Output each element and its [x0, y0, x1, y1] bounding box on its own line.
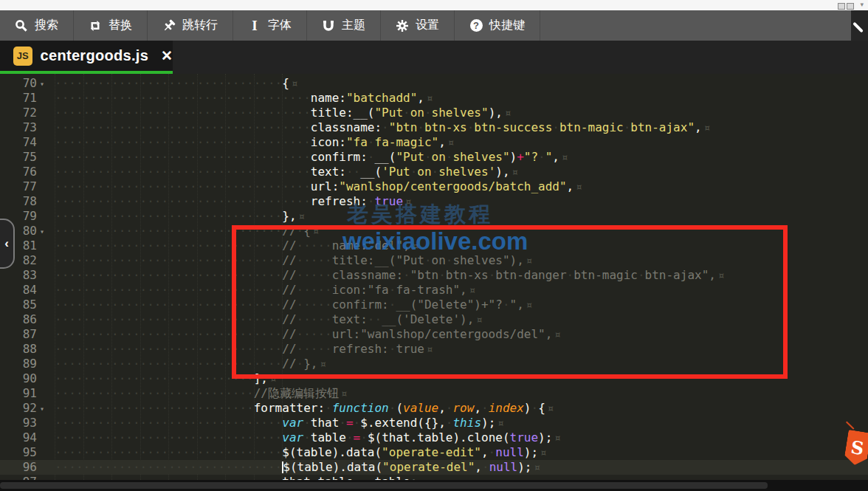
code-line-83[interactable]: 83 ································//···… [0, 268, 868, 283]
indent-whitespace: ···································· [55, 150, 311, 164]
code-line-86[interactable]: 86 ································//···… [0, 312, 868, 327]
code-line-92[interactable]: 92▾····························formatter… [0, 401, 868, 416]
code-line-93[interactable]: 93 ································var·t… [0, 416, 868, 430]
line-number: 72 [0, 106, 40, 120]
code-line-71[interactable]: 71 ····································n… [0, 91, 868, 106]
fold-marker-icon[interactable]: ▾ [40, 402, 55, 416]
code-token: shelves' [438, 165, 495, 179]
toolbar-button-settings[interactable]: 设置 [381, 10, 455, 41]
code-token: }, [303, 357, 317, 371]
fold-marker-icon[interactable]: ▾ [40, 77, 55, 92]
toolbar-button-shortcuts[interactable]: ?快捷键 [455, 10, 540, 41]
line-number: 75 [0, 150, 40, 165]
code-line-87[interactable]: 87 ································//···… [0, 327, 868, 342]
toolbar-button-label: 跳转行 [182, 18, 218, 33]
code-line-78[interactable]: 78 ····································r… [0, 194, 868, 209]
code-token: "btn [389, 120, 418, 134]
end-of-line-marker: ¤ [424, 343, 433, 355]
code-token: table; [375, 475, 418, 480]
code-token: this [452, 416, 481, 430]
fold-gutter [40, 328, 55, 343]
toolbar-row: 搜索替换跳转行I字体主题设置?快捷键 [0, 10, 868, 41]
replace-icon [89, 19, 102, 32]
code-token: ); [538, 430, 552, 444]
code-line-85[interactable]: 85 ································//···… [0, 298, 868, 312]
fold-gutter [40, 106, 55, 121]
code-token: name: [311, 91, 346, 105]
toolbar-button-replace[interactable]: 替换 [74, 10, 148, 41]
whitespace-dot: · [346, 430, 354, 444]
end-of-line-marker: ¤ [268, 373, 276, 385]
code-line-76[interactable]: 76 ····································t… [0, 165, 868, 179]
fold-gutter [40, 210, 55, 224]
whitespace-dot: · [354, 475, 361, 480]
code-line-89[interactable]: 89 ································//·},… [0, 357, 868, 371]
strip-caret-icon[interactable]: ▾ [860, 0, 864, 9]
code-token: ( [396, 401, 403, 415]
code-line-73[interactable]: 73 ····································c… [0, 120, 868, 135]
code-token: classname: [332, 268, 403, 282]
code-line-82[interactable]: 82 ································//···… [0, 253, 868, 268]
toolbar-button-goto-line[interactable]: 跳转行 [148, 10, 233, 41]
code-token: { [538, 401, 545, 415]
fold-gutter [40, 372, 55, 387]
code-line-81[interactable]: 81 ································//···… [0, 238, 868, 253]
toolbar-button-label: 主题 [342, 18, 365, 33]
whitespace-dot: · [552, 120, 559, 134]
end-of-line-marker: ¤ [289, 78, 297, 89]
code-token: true [510, 430, 539, 444]
code-token: , [417, 91, 424, 105]
code-token: that [311, 416, 340, 430]
code-line-96[interactable]: 96 ································$(tab… [0, 460, 868, 475]
end-of-line-marker: ¤ [474, 314, 482, 326]
toolbar-overflow-chevron-icon[interactable] [850, 20, 865, 35]
code-token: , [552, 150, 559, 164]
indent-whitespace: ···································· [55, 135, 311, 149]
horizontal-scrollbar-thumb[interactable] [0, 482, 768, 489]
code-line-97[interactable]: 97 ································that.… [0, 475, 868, 480]
whitespace-dot: ····· [297, 327, 332, 341]
whitespace-dot: · [417, 120, 424, 134]
whitespace-dot: ····· [297, 312, 332, 326]
code-token: $(table).data( [283, 460, 382, 474]
code-line-95[interactable]: 95 ································$(tab… [0, 445, 868, 460]
fold-gutter [40, 357, 55, 372]
fold-gutter [40, 195, 55, 210]
code-line-77[interactable]: 77 ····································u… [0, 179, 868, 194]
code-token: var [282, 430, 303, 444]
whitespace-dot: · [624, 120, 631, 134]
code-line-84[interactable]: 84 ································//···… [0, 283, 868, 298]
end-of-line-marker: ¤ [503, 107, 511, 119]
font-icon: I [248, 19, 261, 32]
code-token: $(that.table).clone( [368, 430, 510, 444]
fold-marker-icon[interactable]: ▾ [40, 224, 55, 239]
code-token: ) [510, 150, 517, 164]
whitespace-dot: · [368, 475, 375, 480]
whitespace-dot: ····· [297, 283, 332, 297]
code-line-70[interactable]: 70▾································{¤ [0, 76, 868, 91]
code-line-75[interactable]: 75 ····································c… [0, 150, 868, 165]
code-editor[interactable]: 70▾································{¤71 … [0, 74, 868, 480]
sidebar-collapse-handle[interactable]: ‹ [0, 219, 15, 269]
code-line-94[interactable]: 94 ································var·t… [0, 430, 868, 445]
code-line-90[interactable]: 90 ····························],¤ [0, 371, 868, 386]
indent-whitespace: ································ [55, 416, 282, 430]
code-line-72[interactable]: 72 ····································t… [0, 106, 868, 120]
code-line-91[interactable]: 91 ····························//隐藏编辑按钮¤ [0, 386, 868, 401]
code-token: "operate-edit" [382, 445, 481, 459]
tab-bar: JS centergoods.js ✕ [0, 41, 868, 74]
toolbar-button-theme[interactable]: 主题 [307, 10, 381, 41]
toolbar-button-search[interactable]: 搜索 [0, 10, 74, 41]
code-token: btn-magic [574, 268, 638, 282]
code-line-79[interactable]: 79 ································},¤ [0, 209, 868, 224]
toolbar-button-font[interactable]: I字体 [233, 10, 307, 41]
code-line-88[interactable]: 88 ································//···… [0, 342, 868, 357]
window-panes-icon[interactable] [838, 3, 854, 10]
code-token: "? [524, 150, 538, 164]
code-line-80[interactable]: 80▾································//·{¤ [0, 224, 868, 238]
line-number: 78 [0, 194, 40, 209]
line-number: 70 [0, 76, 40, 91]
tab-close-icon[interactable]: ✕ [161, 47, 173, 64]
code-line-74[interactable]: 74 ····································i… [0, 135, 868, 150]
tab-centergoods-js[interactable]: JS centergoods.js ✕ [0, 41, 173, 71]
